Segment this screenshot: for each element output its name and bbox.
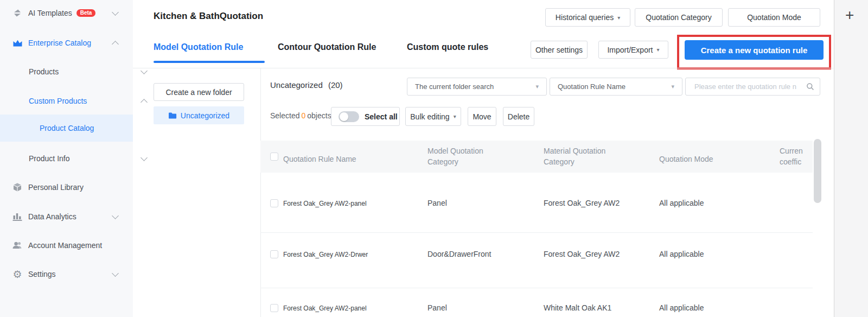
cell-rule-name: Forest Oak_Grey AW2-Drwer [283,251,368,258]
quotation-mode-button[interactable]: Quotation Mode [728,8,820,27]
sidebar-item-label: Account Management [28,241,102,250]
historical-queries-button[interactable]: Historical queries ▾ [545,8,630,27]
search-scope-dropdown[interactable]: The current folder search ▾ [407,78,547,96]
search-field-value: Quotation Rule Name [558,83,626,91]
sidebar-item-account-management[interactable]: Account Management [0,236,133,255]
create-folder-label: Create a new folder [165,88,232,97]
cell-material-category: Forest Oak_Grey AW2 [544,199,620,207]
create-quotation-rule-label: Create a new quotation rule [701,46,808,55]
app-window: AI Templates Beta Enterprise Catalog Pro… [0,0,868,317]
select-all-toggle[interactable] [339,111,359,122]
cell-model-category: Panel [427,199,447,207]
sidebar-item-label: Products [29,67,59,76]
right-side-strip [834,0,868,317]
cell-rule-name: Forest Oak_Grey AW2-panel [283,305,367,312]
search-field-dropdown[interactable]: Quotation Rule Name ▾ [550,78,682,96]
users-icon [12,241,23,250]
sidebar-item-label: AI Templates [28,9,72,17]
row-checkbox[interactable] [270,250,278,258]
folder-item-uncategorized[interactable]: Uncategorized [154,106,244,124]
import-export-label: Import/Export [607,46,653,54]
column-header-model-category: Model Quotation Category [427,145,495,167]
rule-search-box [685,78,820,96]
sidebar: AI Templates Beta Enterprise Catalog Pro… [0,0,133,317]
sidebar-item-product-info[interactable]: Product Info [0,149,162,168]
current-folder-count: (20) [328,80,343,90]
sidebar-item-label: Custom Products [29,97,87,105]
selected-count: 0 [299,111,307,120]
import-export-button[interactable]: Import/Export ▾ [598,41,668,59]
new-tab-plus-icon[interactable]: + [845,8,854,23]
select-all-button[interactable]: Select all [331,107,400,126]
other-settings-button[interactable]: Other settings [531,41,588,59]
tab-model-quotation-rule[interactable]: Model Quotation Rule [154,42,243,52]
caret-down-icon: ▾ [454,113,456,119]
bulk-editing-button[interactable]: Bulk editing ▾ [405,107,461,126]
quotation-category-button[interactable]: Quotation Category [635,8,723,27]
selected-suffix: objects [307,111,331,120]
select-all-checkbox[interactable] [270,153,278,161]
panel-divider [260,68,261,317]
historical-queries-label: Historical queries [556,13,614,22]
row-divider [260,288,813,288]
quotation-mode-label: Quotation Mode [747,13,801,22]
sidebar-item-label: Data Analytics [28,212,76,221]
cell-quotation-mode: All applicable [659,250,704,258]
chevron-up-icon [112,41,119,48]
chevron-down-icon [112,212,119,219]
ai-templates-icon [12,9,23,17]
chevron-down-icon [141,154,148,161]
cell-rule-name: Forest Oak_Grey AW2-panel [283,200,367,207]
create-quotation-rule-button[interactable]: Create a new quotation rule [685,40,824,60]
crown-icon [12,39,23,47]
cell-quotation-mode: All applicable [659,199,704,207]
caret-down-icon: ▾ [535,83,539,90]
cell-model-category: Panel [427,303,447,312]
move-label: Move [473,112,491,121]
sidebar-item-custom-products[interactable]: Custom Products [0,91,162,111]
sidebar-item-data-analytics[interactable]: Data Analytics [0,207,133,226]
column-header-rule-name: Quotation Rule Name [283,154,356,164]
row-checkbox[interactable] [270,304,278,312]
bar-chart-icon [12,212,23,221]
sidebar-item-product-catalog[interactable]: Product Catalog [0,115,133,142]
cell-material-category: Forest Oak_Grey AW2 [544,250,620,258]
sidebar-item-label: Product Catalog [40,124,94,132]
cell-quotation-mode: All applicable [659,303,704,312]
sidebar-item-personal-library[interactable]: Personal Library [0,177,133,197]
create-folder-button[interactable]: Create a new folder [154,83,244,101]
current-folder-heading: Uncategorized (20) [270,80,343,90]
delete-button[interactable]: Delete [503,107,534,126]
chevron-down-icon [112,270,119,277]
selected-count-text: Selected0objects [270,111,331,120]
chevron-up-icon [141,99,148,106]
caret-down-icon: ▾ [657,47,660,53]
tab-contour-quotation-rule[interactable]: Contour Quotation Rule [278,42,376,52]
chevron-down-icon [141,67,148,74]
sidebar-item-label: Enterprise Catalog [28,39,91,47]
sidebar-item-label: Settings [28,270,56,278]
column-header-material-category: Material Quotation Category [544,145,617,167]
active-tab-underline [154,61,265,63]
rule-search-input[interactable] [693,82,803,91]
delete-label: Delete [508,112,529,121]
move-button[interactable]: Move [468,107,496,126]
column-header-coefficient: Curren coeffic [780,145,803,167]
tab-custom-quote-rules[interactable]: Custom quote rules [407,42,488,52]
search-scope-value: The current folder search [415,83,494,91]
select-all-label: Select all [365,112,398,121]
sidebar-item-products[interactable]: Products [0,62,162,81]
sidebar-item-ai-templates[interactable]: AI Templates Beta [0,3,133,23]
cube-icon [12,182,23,192]
quotation-category-label: Quotation Category [646,13,711,22]
sidebar-item-settings[interactable]: ⚙ Settings [0,264,133,284]
row-checkbox[interactable] [270,199,278,207]
sidebar-item-enterprise-catalog[interactable]: Enterprise Catalog [0,33,133,53]
bulk-editing-label: Bulk editing [410,112,449,121]
folder-item-label: Uncategorized [181,111,229,120]
table-scrollbar[interactable] [814,139,821,203]
column-header-coefficient-line2: coeffic [780,157,801,166]
other-settings-label: Other settings [535,46,583,54]
search-icon[interactable] [806,83,814,91]
toggle-knob [340,112,348,121]
